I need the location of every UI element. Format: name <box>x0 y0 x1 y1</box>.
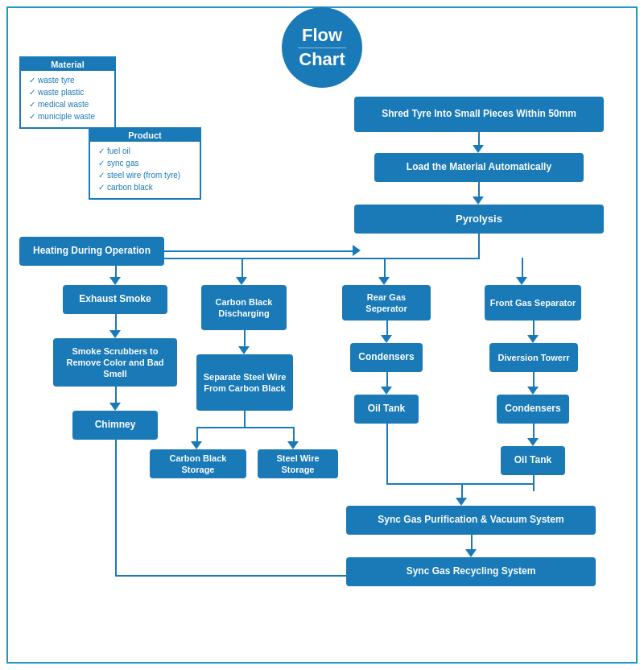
arrow-cbd-separate <box>238 346 250 354</box>
title-line2: Chart <box>299 50 345 69</box>
arrow-cond1-ot1 <box>381 387 392 395</box>
line-load-pyrolysis <box>478 182 480 198</box>
legend-material: Material waste tyre waste plastic medica… <box>19 56 116 129</box>
line-h-dist <box>115 258 480 259</box>
line-h-branch <box>196 427 293 428</box>
arrow-rgs-cond1 <box>381 335 392 343</box>
line-smoke-chimney <box>115 387 117 404</box>
line-fgs-div <box>533 321 535 337</box>
line-ot1-down <box>386 424 388 483</box>
box-separate: Separate Steel Wire From Carbon Black <box>196 354 293 411</box>
legend-material-item: municiple waste <box>29 110 106 122</box>
legend-material-item: waste plastic <box>29 86 106 98</box>
box-sync-gas-recycle: Sync Gas Recycling System <box>346 557 596 586</box>
legend-material-item: medical waste <box>29 98 106 110</box>
box-diversion: Diversion Towerr <box>489 343 578 372</box>
legend-material-item: waste tyre <box>29 74 106 86</box>
arrow-to-reargas <box>378 277 390 285</box>
line-bottom-h <box>115 575 349 577</box>
flow-chart-border: Flow Chart Material waste tyre waste pla… <box>6 6 638 664</box>
box-shred: Shred Tyre Into Small Pieces Within 50mm <box>354 97 604 132</box>
arrow-load-pyrolysis <box>473 196 484 205</box>
arrow-to-exhaust <box>109 277 121 285</box>
arrow-shred-load <box>473 145 484 153</box>
line-rgs-cond1 <box>386 321 388 337</box>
arrow-cond2-ot2 <box>527 438 539 446</box>
arrow-div-cond2 <box>527 387 539 395</box>
arrow-sgp-sgr <box>465 549 477 557</box>
box-condensers2: Condensers <box>497 395 569 424</box>
title-circle: Flow Chart <box>282 7 362 88</box>
arrow-bottom-right <box>346 569 354 581</box>
box-steel-wire-storage: Steel Wire Storage <box>258 449 338 478</box>
line-to-swstorage <box>293 427 295 443</box>
box-chimney: Chimney <box>72 411 158 440</box>
legend-product-title: Product <box>90 129 200 142</box>
arrow-exhaust-smoke <box>109 330 121 338</box>
box-exhaust: Exhaust Smoke <box>63 285 167 314</box>
box-heating: Heating During Operation <box>19 237 164 266</box>
line-merge-down <box>461 483 463 499</box>
line-heating-pyrolysis <box>164 250 356 252</box>
line-pyrolysis-dist <box>478 234 480 258</box>
arrow-smoke-chimney <box>109 403 121 411</box>
legend-product: Product fuel oil sync gas steel wire (fr… <box>89 127 201 200</box>
box-sync-gas-purif: Sync Gas Purification & Vacuum System <box>346 506 596 535</box>
arrow-heating-pyrolysis <box>353 245 361 256</box>
line-h-merge <box>386 483 535 485</box>
line-to-exhaust <box>115 258 117 279</box>
box-rear-gas-sep: Rear Gas Seperator <box>342 285 431 321</box>
line-sgp-sgr <box>471 535 473 551</box>
legend-product-item: carbon black <box>98 181 192 193</box>
line-cond2-ot2 <box>533 424 535 440</box>
line-to-frontgas <box>522 258 523 279</box>
box-condensers1: Condensers <box>350 343 423 372</box>
box-oil-tank2: Oil Tank <box>501 446 565 475</box>
box-pyrolysis: Pyrolysis <box>354 205 604 234</box>
box-load: Load the Material Automatically <box>374 153 584 182</box>
box-oil-tank1: Oil Tank <box>354 395 419 424</box>
arrow-to-carbonblack <box>236 277 247 285</box>
arrow-merge-down <box>456 498 467 506</box>
arrow-to-swstorage <box>287 441 299 449</box>
legend-product-item: fuel oil <box>98 145 192 157</box>
line-to-cbstorage <box>196 427 198 443</box>
line-cbd-separate <box>244 330 246 348</box>
legend-product-item: steel wire (from tyre) <box>98 169 192 181</box>
arrow-fgs-div <box>527 335 539 343</box>
box-smoke-scrubbers: Smoke Scrubbers to Remove Color and Bad … <box>53 338 177 387</box>
line-separate-branch <box>244 411 246 427</box>
arrow-to-cbstorage <box>191 441 202 449</box>
line-div-cond2 <box>533 372 535 388</box>
line-exhaust-smoke <box>115 314 117 332</box>
legend-material-title: Material <box>21 58 114 71</box>
box-carbon-black-discharging: Carbon Black Discharging <box>201 285 287 330</box>
box-front-gas-sep: Front Gas Separator <box>485 285 581 321</box>
arrow-to-frontgas <box>516 277 527 285</box>
legend-product-item: sync gas <box>98 157 192 169</box>
title-line1: Flow <box>302 26 342 45</box>
box-carbon-black-storage: Carbon Black Storage <box>150 449 246 478</box>
line-to-reargas <box>384 258 386 279</box>
line-cond1-ot1 <box>386 372 388 388</box>
line-left-bottom <box>115 440 117 575</box>
line-to-carbonblack <box>242 258 243 279</box>
